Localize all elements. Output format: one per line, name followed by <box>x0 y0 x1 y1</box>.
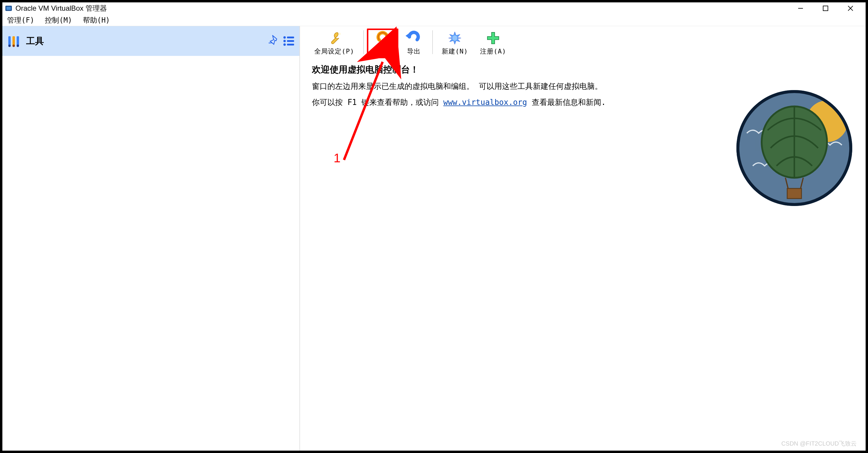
welcome-illustration <box>735 89 854 208</box>
svg-rect-14 <box>287 36 294 38</box>
watermark: CSDN @FIT2CLOUD飞致云 <box>781 440 857 448</box>
window-title: Oracle VM VirtualBox 管理器 <box>16 4 107 13</box>
svg-rect-18 <box>287 44 294 46</box>
tools-icon <box>6 34 21 48</box>
svg-rect-6 <box>8 36 11 46</box>
maximize-button[interactable] <box>819 4 832 13</box>
titlebar: Oracle VM VirtualBox 管理器 <box>2 2 866 14</box>
svg-rect-3 <box>823 6 828 11</box>
minimize-button[interactable] <box>794 4 807 13</box>
svg-point-21 <box>452 35 458 41</box>
virtualbox-link[interactable]: www.virtualbox.org <box>443 98 527 107</box>
list-icon[interactable] <box>282 34 295 48</box>
welcome-heading: 欢迎使用虚拟电脑控制台！ <box>312 62 854 77</box>
toolbar: 全局设定(P) 导入 <box>300 26 866 60</box>
svg-rect-16 <box>287 40 294 42</box>
sidebar-item-label: 工具 <box>26 35 44 47</box>
svg-point-10 <box>12 44 15 47</box>
svg-rect-7 <box>12 36 15 46</box>
window-controls <box>794 4 863 13</box>
svg-point-9 <box>8 44 11 47</box>
menubar: 管理(F) 控制(M) 帮助(H) <box>2 14 866 26</box>
import-button[interactable]: 导入 <box>367 29 398 58</box>
sidebar-item-tools[interactable]: 工具 <box>2 26 300 56</box>
annotation-number: 1 <box>334 151 340 165</box>
global-settings-label: 全局设定(P) <box>314 47 354 56</box>
svg-point-11 <box>17 44 19 47</box>
sidebar: 工具 <box>2 26 300 451</box>
svg-rect-8 <box>17 36 19 46</box>
svg-point-15 <box>283 40 286 42</box>
new-label: 新建(N) <box>442 47 468 56</box>
new-button[interactable]: 新建(N) <box>436 29 474 57</box>
svg-point-13 <box>283 36 286 39</box>
new-icon <box>445 30 464 47</box>
import-icon <box>373 30 392 47</box>
pin-icon[interactable] <box>267 35 279 47</box>
main-panel: 全局设定(P) 导入 <box>300 26 866 451</box>
toolbar-separator <box>432 30 433 54</box>
svg-rect-1 <box>6 7 11 10</box>
toolbar-separator <box>363 30 364 54</box>
app-icon <box>5 4 12 12</box>
close-button[interactable] <box>844 4 857 13</box>
svg-rect-29 <box>787 188 802 199</box>
wrench-icon <box>325 30 344 47</box>
svg-point-17 <box>283 43 286 46</box>
global-settings-button[interactable]: 全局设定(P) <box>308 29 360 57</box>
menu-help[interactable]: 帮助(H) <box>81 15 112 26</box>
export-label: 导出 <box>407 47 421 56</box>
menu-control[interactable]: 控制(M) <box>43 15 74 26</box>
welcome-para-2b: 查看最新信息和新闻. <box>527 98 606 107</box>
register-button[interactable]: 注册(A) <box>474 29 513 57</box>
menu-manage[interactable]: 管理(F) <box>5 15 36 26</box>
welcome-para-2a: 你可以按 F1 键来查看帮助，或访问 <box>312 98 443 107</box>
import-label: 导入 <box>376 47 390 56</box>
export-button[interactable]: 导出 <box>398 29 429 57</box>
register-label: 注册(A) <box>480 47 506 56</box>
add-icon <box>484 30 503 47</box>
svg-point-19 <box>338 33 341 35</box>
export-icon <box>404 30 423 47</box>
